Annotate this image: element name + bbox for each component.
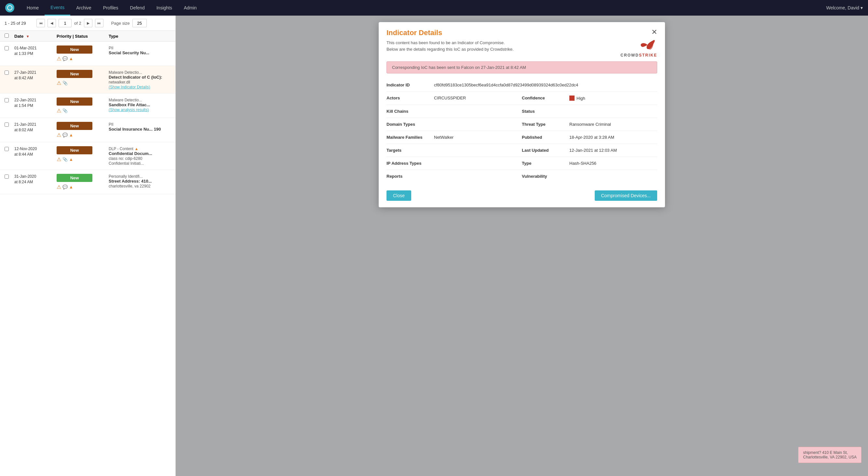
nav-home[interactable]: Home xyxy=(21,0,44,15)
crowdstrike-logo: CROWDSTRIKE xyxy=(620,38,657,58)
crowdstrike-label: CROWDSTRIKE xyxy=(620,53,657,58)
type-value: Hash-SHA256 xyxy=(569,161,657,166)
targets-left: Targets xyxy=(386,148,522,153)
modal-header: Indicator Details This content has been … xyxy=(379,22,665,61)
type-icon: 💬 xyxy=(62,56,68,61)
vulnerability-right: Vulnerability xyxy=(522,174,657,179)
threat-type-value: Ransomware Criminal xyxy=(569,122,657,127)
kill-chains-status-pair: Kill Chains Status xyxy=(386,109,657,114)
event-subtitle: charlottesville, va 22902 xyxy=(108,184,151,189)
event-row[interactable]: 27-Jan-2021at 8:42 AM New ⚠ 📎 Malware De… xyxy=(0,66,175,94)
first-page-button[interactable]: ⏮ xyxy=(36,19,45,27)
event-row[interactable]: 12-Nov-2020at 8:44 AM New ⚠ 📎 ▲ DLP - Co… xyxy=(0,142,175,170)
reports-value xyxy=(434,174,522,179)
event-date: 21-Jan-2021at 8:02 AM xyxy=(14,122,57,133)
nav-items: Home Events Archive Profiles Defend Insi… xyxy=(21,0,826,15)
nav-archive[interactable]: Archive xyxy=(70,0,97,15)
priority-icons: ⚠ 📎 ▲ xyxy=(57,156,108,163)
last-page-button[interactable]: ⏭ xyxy=(95,19,103,27)
published-value: 18-Apr-2020 at 3:28 AM xyxy=(569,135,657,140)
nav-insights[interactable]: Insights xyxy=(151,0,178,15)
priority-icons: ⚠ 📎 xyxy=(57,107,108,114)
event-date: 01-Mar-2021at 1:33 PM xyxy=(14,45,57,57)
actors-label: Actors xyxy=(386,96,429,101)
crowdstrike-icon xyxy=(638,38,657,53)
event-subtitle: class no: cdip-6280 xyxy=(108,156,142,161)
type-tag: Personally Identifi... xyxy=(108,174,143,179)
malware-left: Mailware Families NetWalker xyxy=(386,135,522,140)
modal-close-button[interactable]: ✕ xyxy=(651,29,657,36)
modal-header-left: Indicator Details This content has been … xyxy=(386,29,514,52)
kill-chains-label: Kill Chains xyxy=(386,109,429,114)
event-row[interactable]: 21-Jan-2021at 8:02 AM New ⚠ 💬 ▲ PII Soci… xyxy=(0,118,175,142)
logo xyxy=(5,3,14,12)
event-row[interactable]: 31-Jan-2020at 8:24 AM New ⚠ 💬 ▲ Personal… xyxy=(0,170,175,194)
nav-profiles[interactable]: Profiles xyxy=(97,0,124,15)
header-priority: Priority | Status xyxy=(57,34,108,39)
ip-address-row: IP Address Types Type Hash-SHA256 xyxy=(386,157,657,170)
type-tag: Malware Detectio... xyxy=(108,98,142,102)
priority-icon: ⚠ xyxy=(57,80,61,86)
main-area: 1 - 25 of 29 ⏮ ◀ of 2 ▶ ⏭ Page size Date… xyxy=(0,15,868,476)
status-button[interactable]: New xyxy=(57,146,92,154)
status-right: Status xyxy=(522,109,657,114)
row-select-checkbox[interactable] xyxy=(5,174,9,179)
nav-defend[interactable]: Defend xyxy=(124,0,151,15)
page-of: of 2 xyxy=(74,21,81,26)
event-title: Sandbox File Attac... xyxy=(108,102,150,107)
vulnerability-value xyxy=(569,174,657,179)
published-right: Published 18-Apr-2020 at 3:28 AM xyxy=(522,135,657,140)
type-label: Type xyxy=(522,161,564,166)
row-select-checkbox[interactable] xyxy=(5,98,9,102)
show-indicator-link[interactable]: (Show Indicator Details) xyxy=(108,85,150,89)
logo-inner xyxy=(7,5,12,10)
modal-header-right: ✕ CROWDSTRIKE xyxy=(620,29,657,58)
nav-events[interactable]: Events xyxy=(44,0,70,15)
ip-type-pair: IP Address Types Type Hash-SHA256 xyxy=(386,161,657,166)
confidence-pair-right: Confidence High xyxy=(522,96,657,101)
reports-label: Reports xyxy=(386,174,429,179)
status-button[interactable]: New xyxy=(57,174,92,182)
event-date: 22-Jan-2021at 1:54 PM xyxy=(14,98,57,108)
status-button[interactable]: New xyxy=(57,122,92,130)
dlp-arrow-icon: ▲ xyxy=(134,146,138,151)
event-row[interactable]: 22-Jan-2021at 1:54 PM New ⚠ 📎 Malware De… xyxy=(0,94,175,118)
close-button[interactable]: Close xyxy=(386,191,411,201)
last-updated-right: Last Updated 12-Jan-2021 at 12:03 AM xyxy=(522,148,657,153)
prev-page-button[interactable]: ◀ xyxy=(48,19,56,27)
alert-banner: Corresponding IoC has been sent to Falco… xyxy=(386,61,657,73)
row-select-checkbox[interactable] xyxy=(5,70,9,75)
up-arrow-icon: ▲ xyxy=(69,56,73,61)
select-all-checkbox[interactable] xyxy=(5,33,9,38)
page-input[interactable] xyxy=(59,19,71,27)
event-type: PII Social Security Nu... xyxy=(108,45,171,55)
priority-icons: ⚠ 💬 ▲ xyxy=(57,56,108,62)
threat-right: Threat Type Ransomware Criminal xyxy=(522,122,657,127)
page-size-input[interactable] xyxy=(132,19,147,27)
user-menu[interactable]: Welcome, David ▾ xyxy=(826,5,863,10)
confidence-color-indicator xyxy=(569,96,575,101)
status-button[interactable]: New xyxy=(57,45,92,54)
type-icon: 💬 xyxy=(62,184,68,190)
show-analysis-link[interactable]: (Show analysis results) xyxy=(108,107,149,112)
actors-value: CIRCUSSPIDER xyxy=(434,96,522,101)
compromised-devices-button[interactable]: Compromised Devices... xyxy=(595,191,657,201)
status-button[interactable]: New xyxy=(57,70,92,78)
row-select-checkbox[interactable] xyxy=(5,123,9,127)
event-type: Malware Detectio... Sandbox File Attac..… xyxy=(108,98,171,112)
event-row[interactable]: 01-Mar-2021at 1:33 PM New ⚠ 💬 ▲ PII Soci… xyxy=(0,42,175,66)
status-button[interactable]: New xyxy=(57,98,92,106)
type-right: Type Hash-SHA256 xyxy=(522,161,657,166)
next-page-button[interactable]: ▶ xyxy=(84,19,92,27)
paperclip-icon: 📎 xyxy=(62,80,68,86)
row-select-checkbox[interactable] xyxy=(5,46,9,50)
row-checkbox xyxy=(5,70,14,76)
header-date[interactable]: Date ▼ xyxy=(14,34,57,39)
event-type: Personally Identifi... Street Address: 4… xyxy=(108,174,171,189)
targets-last-updated-pair: Targets Last Updated 12-Jan-2021 at 12:0… xyxy=(386,148,657,153)
malware-published-pair: Mailware Families NetWalker Published 18… xyxy=(386,135,657,140)
row-select-checkbox[interactable] xyxy=(5,147,9,151)
top-navigation: Home Events Archive Profiles Defend Insi… xyxy=(0,0,868,15)
nav-admin[interactable]: Admin xyxy=(178,0,203,15)
event-priority: New ⚠ 📎 ▲ xyxy=(57,146,108,163)
